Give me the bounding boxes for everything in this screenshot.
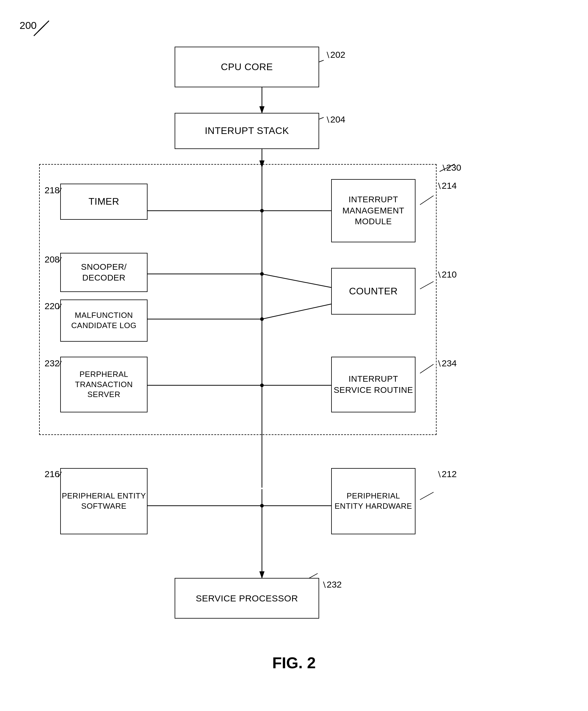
ref-230: ∖230 bbox=[441, 163, 461, 173]
malfunction-log-box: MALFUNCTION CANDIDATE LOG bbox=[60, 300, 148, 342]
ref-212: ∖212 bbox=[437, 469, 457, 479]
timer-label: TIMER bbox=[88, 195, 119, 208]
ref-232-left: 232∕ bbox=[45, 358, 61, 368]
peripheral-entity-sw-label: PERIPHERIAL ENTITY SOFTWARE bbox=[61, 491, 147, 512]
peripheral-transaction-label: PERPHERAL TRANSACTION SERVER bbox=[61, 369, 147, 400]
ref-216: 216∕ bbox=[45, 469, 61, 479]
counter-box: COUNTER bbox=[331, 268, 416, 315]
timer-box: TIMER bbox=[60, 184, 148, 220]
peripheral-entity-sw-box: PERIPHERIAL ENTITY SOFTWARE bbox=[60, 468, 148, 534]
interrupt-service-label: INTERRUPT SERVICE ROUTINE bbox=[332, 373, 415, 395]
cpu-core-box: CPU CORE bbox=[175, 47, 319, 87]
ref-208: 208∕ bbox=[45, 254, 61, 264]
ref-232-sp: ∖232 bbox=[321, 579, 342, 590]
snooper-decoder-label: SNOOPER/ DECODER bbox=[61, 262, 147, 284]
malfunction-log-label: MALFUNCTION CANDIDATE LOG bbox=[61, 310, 147, 331]
peripheral-entity-hw-box: PERIPHERIAL ENTITY HARDWARE bbox=[331, 468, 416, 534]
interrupt-stack-box: INTERUPT STACK bbox=[175, 113, 319, 149]
svg-point-19 bbox=[260, 504, 264, 508]
snooper-decoder-box: SNOOPER/ DECODER bbox=[60, 253, 148, 292]
ref-234: ∖234 bbox=[437, 358, 457, 368]
diagram: 200 CPU CORE ∖202 INTERUPT STACK ∖204 ∖2… bbox=[0, 0, 588, 711]
ref-218: 218∕ bbox=[45, 185, 61, 195]
interrupt-stack-label: INTERUPT STACK bbox=[205, 125, 289, 137]
interrupt-service-box: INTERRUPT SERVICE ROUTINE bbox=[331, 357, 416, 412]
ref-214: ∖214 bbox=[437, 180, 457, 191]
figure-label: FIG. 2 bbox=[272, 654, 316, 672]
figure-ref-200: 200 bbox=[20, 20, 37, 31]
interrupt-mgmt-label: INTERRUPT MANAGEMENT MODULE bbox=[332, 194, 415, 227]
ref-204: ∖204 bbox=[325, 114, 345, 125]
service-processor-label: SERVICE PROCESSOR bbox=[196, 592, 298, 604]
peripheral-transaction-box: PERPHERAL TRANSACTION SERVER bbox=[60, 357, 148, 412]
peripheral-entity-hw-label: PERIPHERIAL ENTITY HARDWARE bbox=[332, 491, 415, 512]
svg-line-30 bbox=[420, 492, 434, 500]
cpu-core-label: CPU CORE bbox=[221, 61, 273, 73]
ref-210: ∖210 bbox=[437, 270, 457, 280]
ref-202: ∖202 bbox=[325, 50, 345, 60]
counter-label: COUNTER bbox=[349, 285, 398, 298]
interrupt-mgmt-box: INTERRUPT MANAGEMENT MODULE bbox=[331, 179, 416, 242]
service-processor-box: SERVICE PROCESSOR bbox=[175, 578, 319, 619]
ref-220: 220∕ bbox=[45, 301, 61, 311]
